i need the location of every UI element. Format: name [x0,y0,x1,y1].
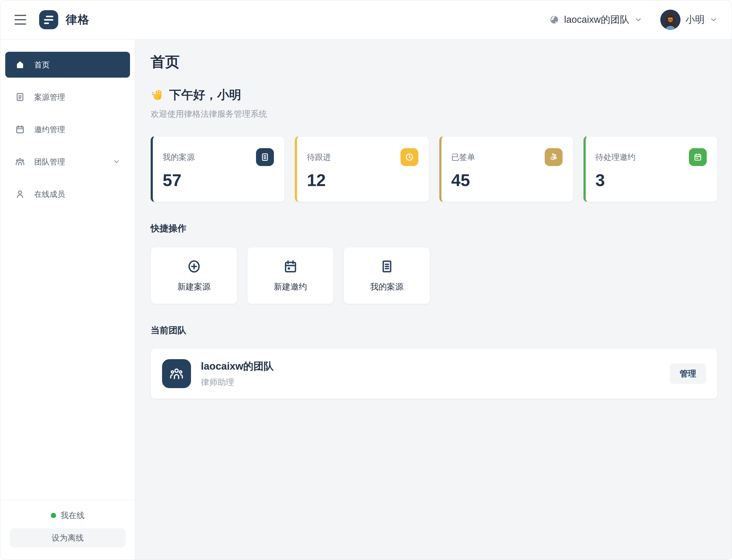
main-content: 首页 下午好，小明 欢迎使用律格法律服务管理系统 我的案源 [135,39,732,560]
stat-value: 57 [163,170,274,190]
stat-card-my-cases[interactable]: 我的案源 57 [151,136,285,202]
team-switcher[interactable]: laocaixw的团队 [549,13,642,26]
menu-toggle-button[interactable] [14,15,26,25]
sidebar-footer: 我在线 设为离线 [0,500,135,560]
chevron-down-icon [113,158,120,165]
chevron-down-icon [634,16,642,24]
team-users-icon [162,359,191,388]
current-team-label: laocaixw的团队 [564,13,629,26]
users-icon [15,157,25,167]
page-title: 首页 [151,52,718,72]
plus-circle-icon [187,259,201,274]
greeting-title: 下午好，小明 [151,87,718,103]
my-cases-button[interactable]: 我的案源 [344,247,430,304]
manage-team-button[interactable]: 管理 [670,363,706,384]
stat-label: 已签单 [451,152,475,163]
team-role: 律师助理 [201,377,274,388]
topbar-right: laocaixw的团队 [549,10,718,30]
sidebar-nav: 首页 案源管理 邀约管理 [0,52,135,207]
quick-actions-row: 新建案源 新建邀约 我的案源 [151,247,718,304]
home-icon [15,60,25,70]
stat-label: 我的案源 [163,152,195,163]
stat-label: 待处理邀约 [596,152,636,163]
calendar-icon [15,124,25,134]
stat-card-pending-followup[interactable]: 待跟进 12 [295,136,429,202]
brand-name: 律格 [66,12,90,27]
sidebar: 首页 案源管理 邀约管理 [0,39,135,560]
action-label: 新建案源 [177,281,211,292]
stats-row: 我的案源 57 待跟进 [151,136,718,202]
quick-actions-heading: 快捷操作 [151,222,718,235]
sidebar-item-label: 首页 [34,60,50,70]
sidebar-item-home[interactable]: 首页 [5,52,130,78]
clock-icon [401,148,418,166]
app-window: 律格 laocaixw的团队 [0,0,732,560]
team-name: laocaixw的团队 [201,359,274,373]
calendar-plus-icon [283,259,298,274]
stat-value: 45 [451,170,563,190]
action-label: 我的案源 [370,281,404,292]
sidebar-item-label: 团队管理 [34,157,65,167]
user-name: 小明 [685,13,705,26]
online-status: 我在线 [51,510,85,521]
sidebar-item-label: 在线成员 [34,189,65,199]
calendar-icon [689,148,707,166]
app-logo-icon [39,10,58,29]
user-icon [15,189,25,199]
avatar [660,10,681,30]
stat-value: 12 [307,170,418,190]
team-card: laocaixw的团队 律师助理 管理 [151,348,718,399]
online-status-dot [51,513,56,518]
set-offline-button[interactable]: 设为离线 [10,528,126,547]
sidebar-item-invitations[interactable]: 邀约管理 [5,116,130,142]
stat-card-pending-invitations[interactable]: 待处理邀约 3 [584,136,718,202]
sidebar-item-cases[interactable]: 案源管理 [5,84,130,110]
sidebar-item-online-members[interactable]: 在线成员 [5,181,130,207]
sidebar-item-team[interactable]: 团队管理 [5,149,130,175]
greeting-subtitle: 欢迎使用律格法律服务管理系统 [151,108,718,120]
stat-card-signed[interactable]: 已签单 45 [439,136,573,202]
sidebar-item-label: 案源管理 [34,92,65,102]
team-info: laocaixw的团队 律师助理 [201,359,274,388]
brand: 律格 [39,10,90,29]
wave-emoji-icon [151,88,164,102]
globe-icon [549,15,559,25]
chevron-down-icon [710,16,718,24]
stat-value: 3 [596,170,707,190]
document-icon [15,92,25,102]
new-case-button[interactable]: 新建案源 [151,247,237,304]
current-team-heading: 当前团队 [151,324,718,337]
greeting-text: 下午好，小明 [169,87,241,103]
top-bar: 律格 laocaixw的团队 [0,0,732,39]
document-icon [256,148,274,166]
online-status-label: 我在线 [61,510,85,521]
document-icon [380,259,394,274]
greeting: 下午好，小明 欢迎使用律格法律服务管理系统 [151,87,718,120]
sidebar-item-label: 邀约管理 [34,124,65,135]
stat-label: 待跟进 [307,152,331,163]
user-menu[interactable]: 小明 [660,10,718,30]
action-label: 新建邀约 [274,281,307,292]
new-invitation-button[interactable]: 新建邀约 [247,247,334,304]
hand-coins-icon [545,148,563,166]
